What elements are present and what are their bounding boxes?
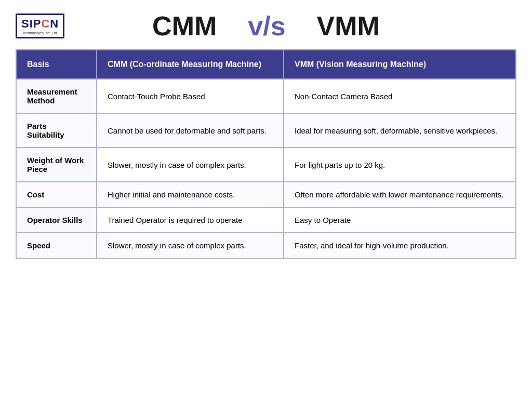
cell-basis: Measurement Method <box>16 79 97 113</box>
cell-cmm: Slower, mostly in case of complex parts. <box>97 148 284 182</box>
page-title-area: CMM v/s VMM <box>78 10 454 42</box>
table-row: Parts SuitabilityCannot be used for defo… <box>16 113 516 148</box>
header-basis: Basis <box>16 50 97 79</box>
cell-vmm: Ideal for measuring soft, deformable, se… <box>284 113 516 148</box>
header-vmm: VMM (Vision Measuring Machine) <box>284 50 516 79</box>
cell-basis: Parts Suitability <box>16 113 97 148</box>
comparison-table: Basis CMM (Co-ordinate Measuring Machine… <box>16 49 516 259</box>
table-row: Operator SkillsTrained Operator is requi… <box>16 207 516 233</box>
cell-vmm: Faster, and ideal for high-volume produc… <box>284 233 516 258</box>
header-cmm: CMM (Co-ordinate Measuring Machine) <box>97 50 284 79</box>
cell-cmm: Trained Operator is required to operate <box>97 207 284 233</box>
cell-vmm: Often more affordable with lower mainten… <box>284 182 516 207</box>
cell-cmm: Slower, mostly in case of complex parts. <box>97 233 284 258</box>
table-row: Weight of Work PieceSlower, mostly in ca… <box>16 148 516 182</box>
title-vmm: VMM <box>317 10 380 42</box>
title-cmm: CMM <box>152 10 217 42</box>
table-body: Measurement MethodContact-Touch Probe Ba… <box>16 79 516 258</box>
header: SIPCN Technologies Pvt. Ltd. CMM v/s VMM <box>16 10 516 42</box>
cell-vmm: Non-Contact Camera Based <box>284 79 516 113</box>
cell-cmm: Higher initial and maintenance costs. <box>97 182 284 207</box>
logo-letter-o: C <box>41 17 50 30</box>
logo-box: SIPCN Technologies Pvt. Ltd. <box>16 14 64 38</box>
cell-cmm: Cannot be used for deformable and soft p… <box>97 113 284 148</box>
logo: SIPCN Technologies Pvt. Ltd. <box>16 14 78 38</box>
cell-vmm: Easy to Operate <box>284 207 516 233</box>
table-header-row: Basis CMM (Co-ordinate Measuring Machine… <box>16 50 516 79</box>
logo-subtitle: Technologies Pvt. Ltd. <box>21 31 59 35</box>
cell-basis: Weight of Work Piece <box>16 148 97 182</box>
cell-basis: Speed <box>16 233 97 258</box>
cell-basis: Cost <box>16 182 97 207</box>
logo-text: SIPCN <box>21 17 59 31</box>
table-row: Measurement MethodContact-Touch Probe Ba… <box>16 79 516 113</box>
title-vs: v/s <box>248 10 285 42</box>
table-row: CostHigher initial and maintenance costs… <box>16 182 516 207</box>
table-row: SpeedSlower, mostly in case of complex p… <box>16 233 516 258</box>
cell-vmm: For light parts up to 20 kg. <box>284 148 516 182</box>
cell-basis: Operator Skills <box>16 207 97 233</box>
cell-cmm: Contact-Touch Probe Based <box>97 79 284 113</box>
